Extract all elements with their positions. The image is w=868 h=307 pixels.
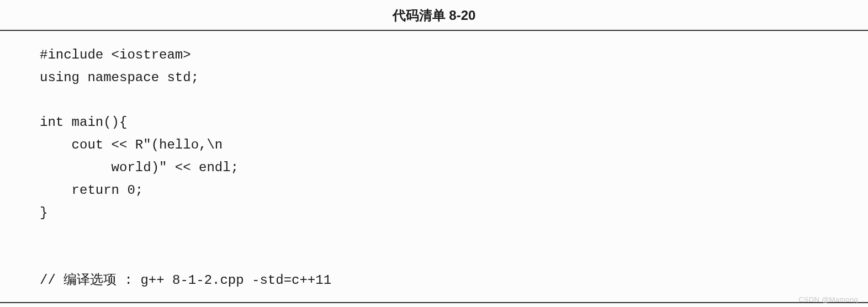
listing-title: 代码清单 8-20 xyxy=(0,0,868,30)
bottom-divider xyxy=(0,302,868,303)
watermark: CSDN @Mamong xyxy=(798,295,858,304)
code-listing: #include <iostream> using namespace std;… xyxy=(0,31,868,302)
